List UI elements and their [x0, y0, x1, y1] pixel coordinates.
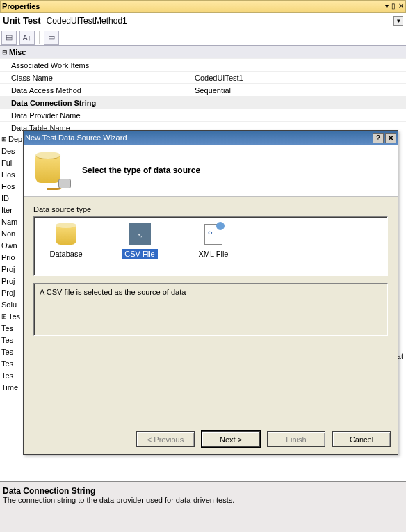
property-value[interactable]: [192, 109, 406, 121]
property-row[interactable]: Associated Work Items: [0, 58, 406, 71]
data-source-option-xml[interactable]: XML File: [188, 223, 238, 259]
categorized-icon[interactable]: ▤: [1, 31, 17, 45]
db-wizard-icon: [33, 151, 72, 190]
description-heading: Data Connection String: [3, 486, 403, 496]
data-source-description: A CSV file is selected as the source of …: [33, 283, 388, 336]
property-key: Data Access Method: [0, 84, 192, 96]
category-name: Misc: [9, 48, 26, 56]
object-selector-row: Unit Test CodedUITestMethod1 ▾: [0, 13, 406, 29]
toolbar-separator: [39, 31, 40, 44]
close-icon[interactable]: ✕: [398, 3, 404, 10]
property-row[interactable]: Data Access MethodSequential: [0, 83, 406, 96]
properties-panel-titlebar: Properties ▾ ▯ ✕: [0, 0, 406, 13]
option-label: XML File: [196, 249, 232, 259]
collapse-icon[interactable]: ⊟: [0, 49, 9, 56]
properties-toolbar: ▤ A↓ ▭: [0, 29, 406, 46]
database-icon: [54, 223, 78, 246]
pin-icon[interactable]: ▯: [391, 3, 396, 10]
dialog-heading: Select the type of data source: [82, 166, 200, 175]
panel-sys-buttons: ▾ ▯ ✕: [385, 3, 404, 10]
dialog-body: Data source type Databasea,CSV FileXML F…: [24, 197, 398, 341]
cancel-button[interactable]: Cancel: [332, 431, 391, 447]
wizard-button-row: < Previous Next > Finish Cancel: [136, 431, 391, 447]
description-text: The connection string to the data provid…: [3, 496, 403, 504]
option-label: CSV File: [122, 249, 157, 259]
property-value[interactable]: [192, 59, 406, 71]
property-value[interactable]: CodedUITest1: [192, 72, 406, 83]
property-key: Associated Work Items: [0, 59, 192, 71]
previous-button[interactable]: < Previous: [136, 431, 195, 447]
property-row[interactable]: Data Provider Name: [0, 108, 406, 121]
property-value[interactable]: [192, 97, 406, 108]
property-key: Class Name: [0, 72, 192, 83]
unit-test-name: CodedUITestMethod1: [44, 16, 393, 26]
data-source-option-csv[interactable]: a,CSV File: [115, 223, 165, 259]
dialog-close-button[interactable]: ✕: [385, 133, 396, 143]
dialog-title: New Test Data Source Wizard: [25, 134, 127, 142]
property-value[interactable]: Sequential: [192, 84, 406, 96]
property-pages-icon[interactable]: ▭: [44, 31, 59, 45]
property-row[interactable]: Data Connection String: [0, 96, 406, 108]
data-source-wizard-dialog: New Test Data Source Wizard ? ✕ Select t…: [23, 130, 398, 455]
category-header-misc[interactable]: ⊟ Misc: [0, 46, 406, 58]
property-row[interactable]: Class NameCodedUITest1: [0, 71, 406, 83]
property-key: Data Provider Name: [0, 109, 192, 121]
alphabetical-sort-icon[interactable]: A↓: [19, 31, 35, 45]
next-button[interactable]: Next >: [202, 431, 260, 447]
panel-title: Properties: [2, 2, 40, 10]
option-label: Database: [47, 249, 85, 259]
data-source-option-database[interactable]: Database: [41, 223, 91, 259]
property-description-panel: Data Connection String The connection st…: [0, 481, 406, 532]
property-grid: Associated Work ItemsClass NameCodedUITe…: [0, 58, 406, 134]
unit-test-label: Unit Test: [3, 15, 41, 26]
xml-file-icon: [202, 223, 225, 246]
dialog-titlebar[interactable]: New Test Data Source Wizard ? ✕: [24, 131, 398, 145]
data-source-type-list[interactable]: Databasea,CSV FileXML File: [33, 216, 388, 276]
dialog-header: Select the type of data source: [24, 145, 398, 197]
help-button[interactable]: ?: [373, 133, 384, 143]
data-source-type-label: Data source type: [33, 205, 388, 213]
property-key: Data Connection String: [0, 97, 192, 108]
dropdown-icon[interactable]: ▾: [385, 3, 389, 10]
finish-button[interactable]: Finish: [267, 431, 325, 447]
object-dropdown-button[interactable]: ▾: [393, 16, 403, 26]
csv-file-icon: a,: [128, 223, 152, 246]
